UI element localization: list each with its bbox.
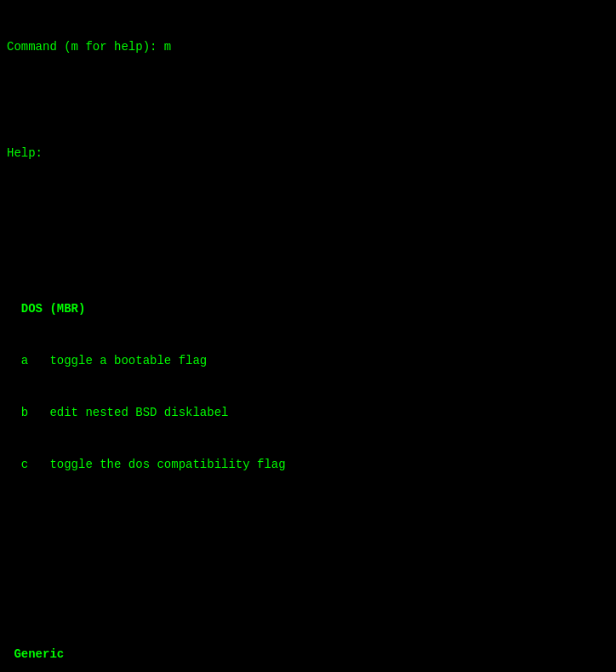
section-generic: Generic d delete a partition F list free… — [7, 611, 609, 672]
blank-line-2 — [7, 196, 609, 214]
terminal: Command (m for help): m Help: DOS (MBR) … — [7, 3, 609, 672]
item-b: b edit nested BSD disklabel — [7, 404, 609, 421]
blank-line-1 — [7, 93, 609, 110]
section-generic-header: Generic — [7, 646, 609, 663]
help-label: Help: — [7, 145, 609, 162]
section-dos-mbr: DOS (MBR) a toggle a bootable flag b edi… — [7, 265, 609, 507]
item-c: c toggle the dos compatibility flag — [7, 456, 609, 473]
item-a: a toggle a bootable flag — [7, 352, 609, 369]
section-dos-mbr-header: DOS (MBR) — [7, 300, 609, 317]
blank-line-3 — [7, 542, 609, 559]
command-prompt: Command (m for help): m — [7, 38, 609, 55]
